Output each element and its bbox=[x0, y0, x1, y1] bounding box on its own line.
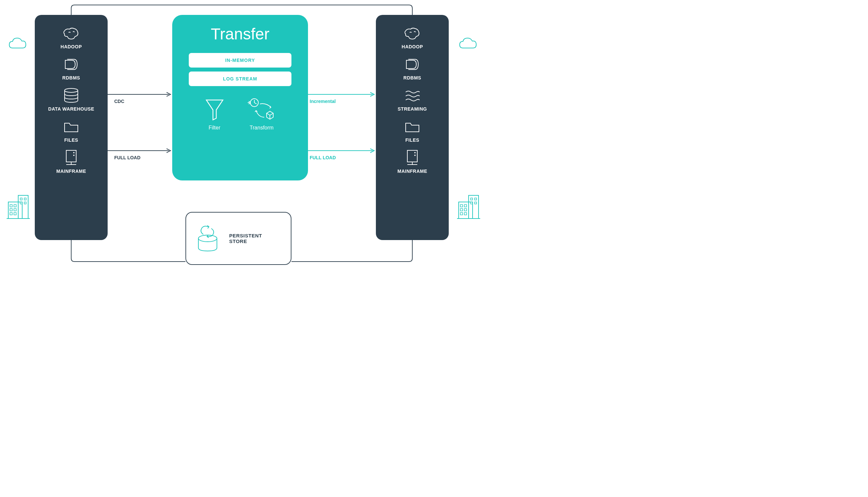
svg-rect-16 bbox=[460, 204, 463, 207]
target-item-mainframe: MAINFRAME bbox=[397, 149, 427, 174]
source-item-files: FILES bbox=[61, 118, 81, 143]
persistent-label-1: PERSISTENT bbox=[229, 233, 262, 238]
svg-point-28 bbox=[73, 152, 74, 153]
persistent-label-2: STORE bbox=[229, 238, 262, 244]
svg-rect-23 bbox=[474, 198, 476, 200]
svg-rect-5 bbox=[10, 209, 12, 211]
source-item-mainframe: MAINFRAME bbox=[56, 149, 86, 174]
svg-rect-17 bbox=[464, 204, 467, 207]
folder-icon bbox=[61, 118, 81, 135]
svg-rect-9 bbox=[20, 198, 22, 200]
target-item-label: HADOOP bbox=[402, 44, 423, 49]
svg-rect-6 bbox=[14, 209, 16, 211]
svg-rect-1 bbox=[18, 195, 28, 218]
source-item-label: DATA WAREHOUSE bbox=[48, 106, 95, 112]
transfer-panel: Transfer IN-MEMORY LOG STREAM Filter bbox=[172, 15, 308, 181]
building-icon bbox=[5, 192, 31, 222]
svg-rect-19 bbox=[464, 209, 467, 211]
svg-rect-25 bbox=[474, 202, 476, 204]
target-item-label: RDBMS bbox=[403, 75, 421, 81]
hadoop-icon bbox=[402, 25, 422, 41]
arrow-full-load-left bbox=[108, 147, 172, 154]
waves-icon bbox=[402, 87, 422, 104]
svg-point-29 bbox=[73, 155, 74, 156]
source-item-label: FILES bbox=[64, 138, 78, 143]
persistent-store-icon bbox=[193, 222, 223, 255]
server-icon bbox=[402, 149, 422, 166]
svg-rect-18 bbox=[460, 209, 463, 211]
svg-rect-12 bbox=[24, 202, 26, 204]
source-item-label: RDBMS bbox=[62, 75, 80, 81]
rdbms-icon bbox=[402, 56, 422, 72]
svg-rect-3 bbox=[10, 204, 12, 207]
arrow-cdc bbox=[108, 91, 172, 98]
svg-line-42 bbox=[249, 103, 251, 104]
target-item-label: FILES bbox=[405, 138, 419, 143]
building-icon bbox=[455, 192, 482, 222]
cloud-icon bbox=[457, 37, 480, 53]
rdbms-icon bbox=[61, 56, 81, 72]
target-panel: HADOOP RDBMS STREAMING FILES MAINFRAME bbox=[376, 15, 449, 240]
source-item-label: HADOOP bbox=[61, 44, 82, 49]
log-stream-pill: LOG STREAM bbox=[189, 72, 291, 86]
target-item-label: MAINFRAME bbox=[397, 169, 427, 174]
transform-icon bbox=[246, 97, 278, 122]
filter-label: Filter bbox=[209, 125, 220, 131]
svg-rect-21 bbox=[464, 213, 467, 215]
hadoop-icon bbox=[61, 25, 81, 41]
target-item-files: FILES bbox=[402, 118, 422, 143]
source-panel: HADOOP RDBMS DATA WAREHOUSE FILES MAINFR… bbox=[35, 15, 108, 240]
svg-rect-7 bbox=[10, 213, 12, 215]
in-memory-pill: IN-MEMORY bbox=[189, 53, 291, 68]
database-icon bbox=[61, 87, 81, 104]
svg-line-41 bbox=[249, 101, 251, 102]
source-item-datawarehouse: DATA WAREHOUSE bbox=[48, 87, 95, 112]
transform-label: Transform bbox=[250, 125, 273, 131]
target-item-label: STREAMING bbox=[398, 106, 427, 112]
svg-point-34 bbox=[414, 155, 416, 156]
funnel-icon bbox=[203, 97, 226, 122]
svg-line-43 bbox=[267, 113, 270, 115]
svg-rect-20 bbox=[460, 213, 463, 215]
svg-rect-22 bbox=[471, 198, 473, 200]
svg-point-26 bbox=[65, 88, 78, 93]
svg-rect-14 bbox=[469, 195, 479, 218]
svg-rect-8 bbox=[14, 213, 16, 215]
arrow-incremental bbox=[308, 91, 376, 98]
source-item-label: MAINFRAME bbox=[56, 169, 86, 174]
svg-rect-27 bbox=[66, 150, 76, 162]
svg-line-44 bbox=[270, 113, 273, 115]
svg-rect-10 bbox=[24, 198, 26, 200]
source-item-rdbms: RDBMS bbox=[61, 56, 81, 81]
svg-line-39 bbox=[254, 103, 257, 104]
svg-point-33 bbox=[414, 152, 416, 153]
target-item-hadoop: HADOOP bbox=[402, 25, 423, 49]
arrow-full-load-right bbox=[308, 147, 376, 154]
folder-icon bbox=[402, 118, 422, 135]
transform-item: Transform bbox=[246, 97, 278, 131]
svg-rect-4 bbox=[14, 204, 16, 207]
filter-item: Filter bbox=[203, 97, 226, 131]
full-load-right-label: FULL LOAD bbox=[310, 155, 336, 160]
cloud-icon bbox=[6, 37, 30, 53]
svg-rect-32 bbox=[407, 150, 417, 162]
persistent-store-box: PERSISTENT STORE bbox=[185, 212, 291, 265]
server-icon bbox=[61, 149, 81, 166]
target-item-streaming: STREAMING bbox=[398, 87, 427, 112]
incremental-label: Incremental bbox=[310, 99, 336, 104]
transfer-title: Transfer bbox=[211, 25, 270, 43]
full-load-left-label: FULL LOAD bbox=[114, 155, 140, 160]
source-item-hadoop: HADOOP bbox=[61, 25, 82, 49]
target-item-rdbms: RDBMS bbox=[402, 56, 422, 81]
cdc-label: CDC bbox=[114, 99, 124, 104]
